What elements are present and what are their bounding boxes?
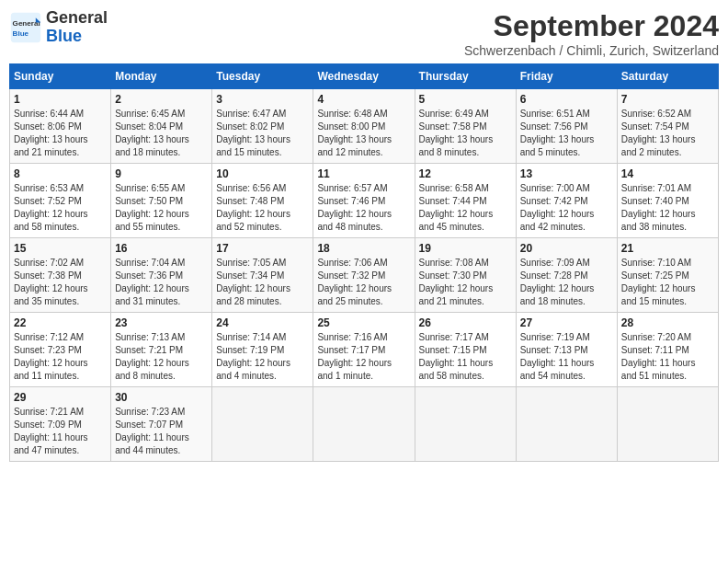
logo-icon: General Blue bbox=[9, 11, 42, 44]
day-header-sunday: Sunday bbox=[10, 64, 111, 89]
day-info: Sunrise: 7:21 AM Sunset: 7:09 PM Dayligh… bbox=[14, 406, 107, 457]
day-info: Sunrise: 6:49 AM Sunset: 7:58 PM Dayligh… bbox=[419, 108, 512, 159]
day-info: Sunrise: 6:47 AM Sunset: 8:02 PM Dayligh… bbox=[216, 108, 309, 159]
page-header: General Blue General Blue September 2024… bbox=[9, 9, 719, 58]
calendar-day-cell: 22Sunrise: 7:12 AM Sunset: 7:23 PM Dayli… bbox=[10, 313, 111, 387]
day-info: Sunrise: 7:14 AM Sunset: 7:19 PM Dayligh… bbox=[216, 331, 309, 383]
calendar-day-cell: 17Sunrise: 7:05 AM Sunset: 7:34 PM Dayli… bbox=[212, 238, 313, 313]
calendar-header-row: SundayMondayTuesdayWednesdayThursdayFrid… bbox=[10, 64, 719, 89]
calendar-week-row: 8Sunrise: 6:53 AM Sunset: 7:52 PM Daylig… bbox=[10, 164, 719, 238]
day-info: Sunrise: 6:52 AM Sunset: 7:54 PM Dayligh… bbox=[621, 108, 714, 159]
day-number: 21 bbox=[621, 242, 714, 255]
day-number: 24 bbox=[216, 316, 309, 329]
day-info: Sunrise: 7:10 AM Sunset: 7:25 PM Dayligh… bbox=[621, 257, 714, 308]
day-info: Sunrise: 6:55 AM Sunset: 7:50 PM Dayligh… bbox=[115, 182, 208, 234]
day-number: 25 bbox=[317, 316, 410, 329]
day-number: 28 bbox=[621, 316, 714, 329]
day-header-wednesday: Wednesday bbox=[313, 64, 415, 89]
calendar-day-cell: 11Sunrise: 6:57 AM Sunset: 7:46 PM Dayli… bbox=[313, 164, 415, 238]
calendar-day-cell bbox=[617, 387, 718, 462]
day-number: 4 bbox=[317, 93, 410, 106]
day-info: Sunrise: 7:04 AM Sunset: 7:36 PM Dayligh… bbox=[115, 257, 208, 308]
day-info: Sunrise: 7:01 AM Sunset: 7:40 PM Dayligh… bbox=[621, 182, 714, 234]
calendar-table: SundayMondayTuesdayWednesdayThursdayFrid… bbox=[9, 63, 719, 462]
day-number: 30 bbox=[115, 391, 208, 404]
calendar-day-cell: 29Sunrise: 7:21 AM Sunset: 7:09 PM Dayli… bbox=[10, 387, 111, 462]
day-number: 8 bbox=[14, 167, 107, 180]
day-header-thursday: Thursday bbox=[415, 64, 516, 89]
calendar-day-cell: 18Sunrise: 7:06 AM Sunset: 7:32 PM Dayli… bbox=[313, 238, 415, 313]
day-number: 10 bbox=[216, 167, 309, 180]
day-info: Sunrise: 7:23 AM Sunset: 7:07 PM Dayligh… bbox=[115, 406, 208, 457]
day-info: Sunrise: 7:12 AM Sunset: 7:23 PM Dayligh… bbox=[14, 331, 107, 383]
day-number: 16 bbox=[115, 242, 208, 255]
calendar-day-cell: 6Sunrise: 6:51 AM Sunset: 7:56 PM Daylig… bbox=[516, 89, 617, 164]
calendar-day-cell: 7Sunrise: 6:52 AM Sunset: 7:54 PM Daylig… bbox=[617, 89, 718, 164]
title-block: September 2024 Schwerzenbach / Chimli, Z… bbox=[464, 9, 719, 58]
calendar-day-cell: 28Sunrise: 7:20 AM Sunset: 7:11 PM Dayli… bbox=[617, 313, 718, 387]
calendar-week-row: 15Sunrise: 7:02 AM Sunset: 7:38 PM Dayli… bbox=[10, 238, 719, 313]
calendar-day-cell: 10Sunrise: 6:56 AM Sunset: 7:48 PM Dayli… bbox=[212, 164, 313, 238]
day-number: 15 bbox=[14, 242, 107, 255]
calendar-day-cell bbox=[415, 387, 516, 462]
logo: General Blue General Blue bbox=[9, 9, 108, 46]
day-info: Sunrise: 6:57 AM Sunset: 7:46 PM Dayligh… bbox=[317, 182, 410, 234]
day-number: 2 bbox=[115, 93, 208, 106]
day-info: Sunrise: 7:16 AM Sunset: 7:17 PM Dayligh… bbox=[317, 331, 410, 383]
calendar-week-row: 22Sunrise: 7:12 AM Sunset: 7:23 PM Dayli… bbox=[10, 313, 719, 387]
day-info: Sunrise: 7:19 AM Sunset: 7:13 PM Dayligh… bbox=[520, 331, 613, 383]
month-year: September 2024 bbox=[464, 9, 719, 43]
day-info: Sunrise: 7:17 AM Sunset: 7:15 PM Dayligh… bbox=[419, 331, 512, 383]
calendar-day-cell: 23Sunrise: 7:13 AM Sunset: 7:21 PM Dayli… bbox=[111, 313, 212, 387]
day-info: Sunrise: 6:48 AM Sunset: 8:00 PM Dayligh… bbox=[317, 108, 410, 159]
day-number: 12 bbox=[419, 167, 512, 180]
day-info: Sunrise: 7:20 AM Sunset: 7:11 PM Dayligh… bbox=[621, 331, 714, 383]
calendar-day-cell: 19Sunrise: 7:08 AM Sunset: 7:30 PM Dayli… bbox=[415, 238, 516, 313]
logo-text: General Blue bbox=[46, 9, 108, 46]
calendar-day-cell: 12Sunrise: 6:58 AM Sunset: 7:44 PM Dayli… bbox=[415, 164, 516, 238]
day-number: 27 bbox=[520, 316, 613, 329]
calendar-day-cell: 2Sunrise: 6:45 AM Sunset: 8:04 PM Daylig… bbox=[111, 89, 212, 164]
day-number: 13 bbox=[520, 167, 613, 180]
day-info: Sunrise: 7:09 AM Sunset: 7:28 PM Dayligh… bbox=[520, 257, 613, 308]
day-number: 26 bbox=[419, 316, 512, 329]
day-info: Sunrise: 6:53 AM Sunset: 7:52 PM Dayligh… bbox=[14, 182, 107, 234]
day-number: 3 bbox=[216, 93, 309, 106]
day-number: 9 bbox=[115, 167, 208, 180]
day-number: 22 bbox=[14, 316, 107, 329]
calendar-day-cell: 16Sunrise: 7:04 AM Sunset: 7:36 PM Dayli… bbox=[111, 238, 212, 313]
day-info: Sunrise: 7:02 AM Sunset: 7:38 PM Dayligh… bbox=[14, 257, 107, 308]
day-header-saturday: Saturday bbox=[617, 64, 718, 89]
calendar-day-cell: 4Sunrise: 6:48 AM Sunset: 8:00 PM Daylig… bbox=[313, 89, 415, 164]
day-number: 5 bbox=[419, 93, 512, 106]
day-number: 1 bbox=[14, 93, 107, 106]
day-number: 6 bbox=[520, 93, 613, 106]
day-number: 14 bbox=[621, 167, 714, 180]
calendar-day-cell: 13Sunrise: 7:00 AM Sunset: 7:42 PM Dayli… bbox=[516, 164, 617, 238]
day-number: 7 bbox=[621, 93, 714, 106]
calendar-week-row: 1Sunrise: 6:44 AM Sunset: 8:06 PM Daylig… bbox=[10, 89, 719, 164]
day-header-friday: Friday bbox=[516, 64, 617, 89]
day-info: Sunrise: 7:08 AM Sunset: 7:30 PM Dayligh… bbox=[419, 257, 512, 308]
day-header-monday: Monday bbox=[111, 64, 212, 89]
calendar-day-cell bbox=[516, 387, 617, 462]
calendar-day-cell bbox=[313, 387, 415, 462]
calendar-day-cell: 30Sunrise: 7:23 AM Sunset: 7:07 PM Dayli… bbox=[111, 387, 212, 462]
day-info: Sunrise: 6:51 AM Sunset: 7:56 PM Dayligh… bbox=[520, 108, 613, 159]
calendar-day-cell: 25Sunrise: 7:16 AM Sunset: 7:17 PM Dayli… bbox=[313, 313, 415, 387]
calendar-week-row: 29Sunrise: 7:21 AM Sunset: 7:09 PM Dayli… bbox=[10, 387, 719, 462]
calendar-day-cell: 15Sunrise: 7:02 AM Sunset: 7:38 PM Dayli… bbox=[10, 238, 111, 313]
day-info: Sunrise: 6:44 AM Sunset: 8:06 PM Dayligh… bbox=[14, 108, 107, 159]
calendar-day-cell: 27Sunrise: 7:19 AM Sunset: 7:13 PM Dayli… bbox=[516, 313, 617, 387]
day-info: Sunrise: 6:56 AM Sunset: 7:48 PM Dayligh… bbox=[216, 182, 309, 234]
calendar-day-cell: 24Sunrise: 7:14 AM Sunset: 7:19 PM Dayli… bbox=[212, 313, 313, 387]
calendar-day-cell: 3Sunrise: 6:47 AM Sunset: 8:02 PM Daylig… bbox=[212, 89, 313, 164]
calendar-day-cell: 9Sunrise: 6:55 AM Sunset: 7:50 PM Daylig… bbox=[111, 164, 212, 238]
calendar-day-cell: 26Sunrise: 7:17 AM Sunset: 7:15 PM Dayli… bbox=[415, 313, 516, 387]
day-number: 29 bbox=[14, 391, 107, 404]
calendar-day-cell: 20Sunrise: 7:09 AM Sunset: 7:28 PM Dayli… bbox=[516, 238, 617, 313]
calendar-day-cell: 5Sunrise: 6:49 AM Sunset: 7:58 PM Daylig… bbox=[415, 89, 516, 164]
day-header-tuesday: Tuesday bbox=[212, 64, 313, 89]
day-info: Sunrise: 6:58 AM Sunset: 7:44 PM Dayligh… bbox=[419, 182, 512, 234]
calendar-day-cell: 21Sunrise: 7:10 AM Sunset: 7:25 PM Dayli… bbox=[617, 238, 718, 313]
